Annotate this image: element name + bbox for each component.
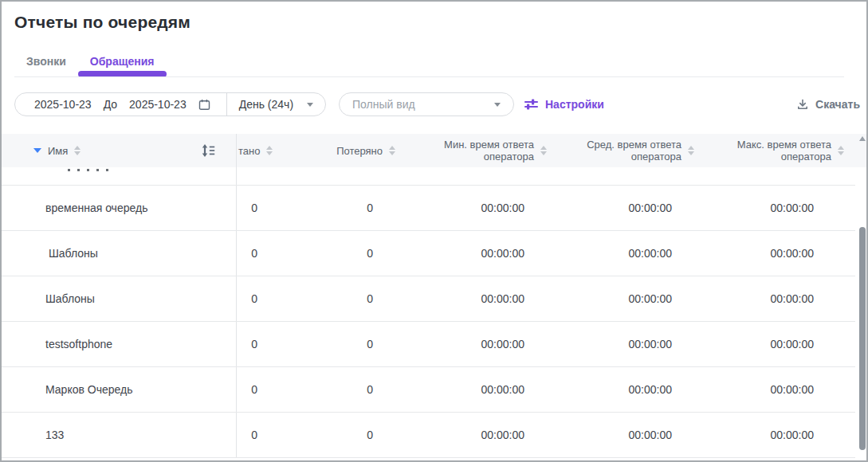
date-range-picker[interactable]: 2025-10-23 До 2025-10-23 [15, 93, 226, 116]
max-response-cell: 00:00:00 [705, 367, 855, 412]
table-header-row: Имя тано Потеряно Мин. время ответа оп [2, 134, 866, 167]
avg-response-cell: 00:00:00 [558, 276, 705, 321]
max-response-cell: 00:00:00 [705, 186, 855, 230]
lost-cell: 0 [291, 186, 407, 230]
active-sort-caret-icon[interactable] [33, 148, 41, 153]
interval-selected-value: День (24ч) [239, 98, 293, 111]
sort-icon[interactable] [266, 146, 273, 155]
sort-icon[interactable] [74, 146, 81, 155]
max-response-cell: 00:00:00 [705, 276, 855, 321]
handled-cell: 0 [237, 322, 291, 366]
max-response-cell: 00:00:00 [705, 231, 855, 276]
download-button[interactable]: Скачать [796, 92, 860, 116]
tab-bar: Звонки Обращения [14, 46, 167, 76]
table-row[interactable]: временная очередь 0 0 00:00:00 00:00:00 … [2, 186, 855, 231]
queue-name-cell: testsoftphone [2, 322, 237, 366]
min-response-cell: 00:00:00 [407, 322, 558, 366]
avg-response-cell: 00:00:00 [558, 231, 705, 276]
table-row[interactable]: Марков Очередь 0 0 00:00:00 00:00:00 00:… [2, 367, 855, 413]
min-response-cell: 00:00:00 [407, 367, 558, 412]
column-header-handled-clipped[interactable]: тано [237, 134, 291, 167]
column-label: Потеряно [336, 145, 383, 157]
tab-calls[interactable]: Звонки [14, 46, 78, 76]
tab-appeals[interactable]: Обращения [78, 46, 167, 76]
queue-reports-window: Отчеты по очередям Звонки Обращения 2025… [0, 0, 868, 462]
avg-response-cell: 00:00:00 [558, 413, 705, 457]
lost-cell: 0 [291, 413, 407, 457]
column-header-name[interactable]: Имя [2, 134, 237, 167]
calendar-icon[interactable] [198, 99, 210, 111]
max-response-cell: 00:00:00 [705, 413, 855, 457]
lost-cell: 0 [291, 367, 407, 412]
settings-label: Настройки [545, 98, 604, 111]
sort-icon[interactable] [838, 146, 844, 155]
lost-cell: 0 [291, 231, 407, 276]
table-row[interactable]: Шаблоны 0 0 00:00:00 00:00:00 00:00:00 [2, 231, 855, 276]
avg-response-cell: 00:00:00 [558, 367, 705, 412]
date-to-field[interactable]: 2025-10-23 [129, 98, 187, 111]
column-header-lost[interactable]: Потеряно [291, 134, 407, 167]
handled-cell: 0 [237, 231, 291, 276]
download-icon [796, 98, 809, 111]
queue-name-cell: временная очередь [2, 186, 237, 230]
handled-cell: 0 [237, 276, 291, 321]
handled-cell: 0 [237, 186, 291, 230]
tabs-divider [14, 76, 844, 77]
sort-order-icon[interactable] [201, 144, 215, 157]
handled-cell: 0 [237, 367, 291, 412]
page-title: Отчеты по очередям [14, 13, 190, 32]
column-label: Мин. время ответа оператора [444, 139, 534, 162]
vertical-scrollbar[interactable] [858, 134, 866, 460]
avg-response-cell: 00:00:00 [558, 322, 705, 366]
column-header-avg-response[interactable]: Сред. время ответа оператора [558, 134, 705, 167]
table-body: временная очередь 0 0 00:00:00 00:00:00 … [2, 167, 855, 458]
min-response-cell: 00:00:00 [407, 186, 558, 230]
table-row[interactable]: Шаблоны 0 0 00:00:00 00:00:00 00:00:00 [2, 276, 855, 322]
download-label: Скачать [815, 98, 860, 111]
sort-icon[interactable] [389, 146, 395, 155]
view-mode-selected-value: Полный вид [352, 98, 415, 111]
column-header-min-response[interactable]: Мин. время ответа оператора [407, 134, 558, 167]
min-response-cell: 00:00:00 [407, 231, 558, 276]
table-row-clipped[interactable] [2, 167, 855, 186]
scroll-up-arrow-icon[interactable] [859, 136, 866, 141]
date-from-field[interactable]: 2025-10-23 [34, 98, 92, 111]
settings-button[interactable]: Настройки [524, 92, 604, 116]
chevron-down-icon [307, 103, 313, 107]
avg-response-cell: 00:00:00 [558, 186, 705, 230]
queue-name-cell: Марков Очередь [2, 367, 237, 412]
scrollbar-thumb[interactable] [859, 227, 866, 450]
queue-name-cell: 133 [2, 413, 237, 457]
column-header-max-response[interactable]: Макс. время ответа оператора [705, 134, 866, 167]
queue-name-cell [2, 167, 237, 185]
queue-name-cell: Шаблоны [2, 276, 237, 321]
handled-cell: 0 [237, 413, 291, 457]
column-label: Имя [48, 145, 68, 157]
column-label: Макс. время ответа оператора [737, 139, 831, 162]
queue-name-cell: Шаблоны [2, 231, 237, 276]
column-label: Сред. время ответа оператора [587, 139, 681, 162]
sort-icon[interactable] [540, 146, 547, 155]
chevron-down-icon [494, 103, 501, 107]
lost-cell: 0 [291, 276, 407, 321]
sort-icon[interactable] [688, 146, 694, 155]
view-mode-select[interactable]: Полный вид [339, 92, 514, 116]
lost-cell: 0 [291, 322, 407, 366]
min-response-cell: 00:00:00 [407, 276, 558, 321]
table-row[interactable]: testsoftphone 0 0 00:00:00 00:00:00 00:0… [2, 322, 855, 367]
date-separator-label: До [104, 98, 117, 111]
table-row[interactable]: 133 0 0 00:00:00 00:00:00 00:00:00 [2, 413, 855, 458]
column-label: тано [238, 145, 260, 157]
max-response-cell: 00:00:00 [705, 322, 855, 366]
date-range-and-interval-picker: 2025-10-23 До 2025-10-23 День (24ч) [14, 92, 326, 116]
clipped-row-text-fragments [68, 169, 112, 171]
interval-select[interactable]: День (24ч) [227, 93, 325, 116]
sliders-icon [524, 99, 538, 110]
min-response-cell: 00:00:00 [407, 413, 558, 457]
